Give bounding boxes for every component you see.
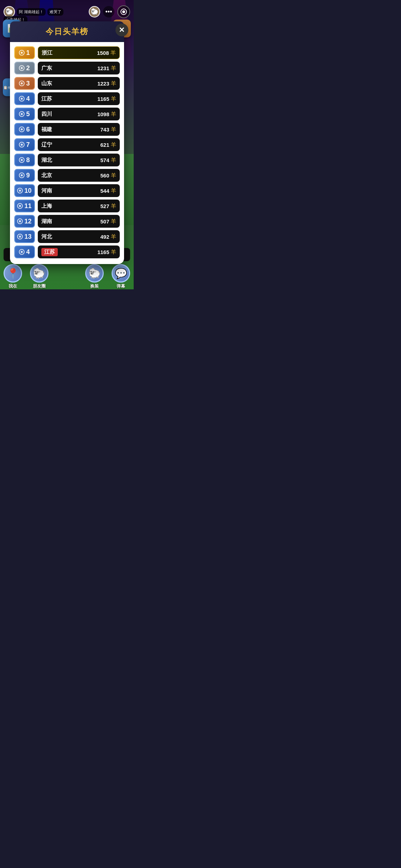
leaderboard-list: 1 浙江 1508 羊 2 广东 1231 羊 [10,46,124,243]
rank-num-3: 3 [26,80,30,87]
radio-1 [19,50,25,56]
info-5: 四川 1098 羊 [38,108,120,120]
sheep-icon-9: 羊 [111,172,116,179]
score-6: 743 [100,126,109,133]
rank-num-12: 12 [24,218,31,225]
province-8: 湖北 [41,157,52,164]
rank-badge-1: 1 [14,46,35,59]
leaderboard-row-9: 9 北京 560 羊 [14,169,120,182]
user-rank-num: 4 [26,248,30,256]
score-group-11: 527 羊 [100,203,116,210]
info-1: 浙江 1508 羊 [38,46,120,59]
radio-5 [19,111,25,117]
leaderboard-row-12: 12 湖南 507 羊 [14,215,120,228]
radio-13 [17,234,23,239]
info-8: 湖北 574 羊 [38,154,120,166]
province-11: 上海 [41,203,52,210]
close-button[interactable]: ✕ [115,24,128,36]
leaderboard-row-7: 7 辽宁 621 羊 [14,138,120,151]
radio-9 [19,172,25,178]
rank-num-13: 13 [24,233,31,241]
info-4: 江苏 1165 羊 [38,92,120,105]
score-13: 492 [100,234,109,240]
modal-overlay: 今日头羊榜 ✕ 1 浙江 1508 羊 2 广东 [0,0,134,289]
sheep-icon-6: 羊 [111,126,116,133]
rank-badge-8: 8 [14,154,35,166]
info-11: 上海 527 羊 [38,200,120,212]
sheep-icon-3: 羊 [111,80,116,87]
radio-3 [19,81,25,86]
info-9: 北京 560 羊 [38,169,120,182]
rank-badge-9: 9 [14,169,35,182]
sheep-icon-4: 羊 [111,95,116,102]
leaderboard-row-2: 2 广东 1231 羊 [14,62,120,74]
rank-num-8: 8 [26,156,30,164]
radio-7 [19,142,25,148]
score-5: 1098 [97,111,109,117]
user-rank-badge: 4 [14,246,35,258]
user-sheep-icon: 羊 [111,249,116,255]
score-group-2: 1231 羊 [97,65,116,72]
leaderboard-row-6: 6 福建 743 羊 [14,123,120,136]
radio-8 [19,157,25,163]
radio-6 [19,126,25,132]
score-10: 544 [100,188,109,194]
score-1: 1508 [97,50,109,56]
rank-badge-4: 4 [14,92,35,105]
info-3: 山东 1223 羊 [38,77,120,90]
user-province: 江苏 [41,248,58,256]
rank-badge-11: 11 [14,200,35,212]
province-10: 河南 [41,187,52,194]
province-4: 江苏 [41,95,52,102]
rank-badge-10: 10 [14,184,35,197]
score-group-7: 621 羊 [100,141,116,148]
leaderboard-row-4: 4 江苏 1165 羊 [14,92,120,105]
province-9: 北京 [41,172,52,179]
province-5: 四川 [41,111,52,118]
user-row-container: 4 江苏 1165 羊 [10,243,124,258]
sheep-icon-10: 羊 [111,187,116,194]
sheep-icon-5: 羊 [111,111,116,118]
province-1: 浙江 [42,50,52,56]
user-score: 1165 [97,249,109,255]
info-6: 福建 743 羊 [38,123,120,136]
info-12: 湖南 507 羊 [38,215,120,228]
radio-4 [19,96,25,102]
radio-12 [17,218,23,224]
score-group-3: 1223 羊 [97,80,116,87]
info-2: 广东 1231 羊 [38,62,120,74]
province-3: 山东 [41,80,52,87]
rank-badge-13: 13 [14,230,35,243]
score-4: 1165 [97,96,109,102]
province-12: 湖南 [41,218,52,225]
province-2: 广东 [41,65,52,72]
user-row: 4 江苏 1165 羊 [14,246,120,258]
score-group-8: 574 羊 [100,157,116,164]
rank-badge-2: 2 [14,62,35,74]
leaderboard-row-1: 1 浙江 1508 羊 [14,46,120,59]
leaderboard-row-10: 10 河南 544 羊 [14,184,120,197]
info-10: 河南 544 羊 [38,184,120,197]
radio-2 [19,65,25,71]
sheep-icon-13: 羊 [111,233,116,240]
rank-badge-12: 12 [14,215,35,228]
radio-10 [17,188,23,193]
sheep-icon-8: 羊 [111,157,116,164]
info-7: 辽宁 621 羊 [38,138,120,151]
modal-title: 今日头羊榜 [16,26,118,37]
sheep-icon-12: 羊 [111,218,116,225]
rank-badge-7: 7 [14,138,35,151]
rank-num-10: 10 [24,187,31,195]
province-13: 河北 [41,233,52,240]
sheep-icon-7: 羊 [111,141,116,148]
score-9: 560 [100,172,109,179]
sheep-icon-1: 羊 [110,50,116,56]
score-2: 1231 [97,65,109,71]
score-7: 621 [100,142,109,148]
score-group-10: 544 羊 [100,187,116,194]
info-13: 河北 492 羊 [38,230,120,243]
leaderboard-row-13: 13 河北 492 羊 [14,230,120,243]
rank-num-5: 5 [26,110,30,118]
user-score-group: 1165 羊 [97,249,116,255]
score-group-13: 492 羊 [100,233,116,240]
